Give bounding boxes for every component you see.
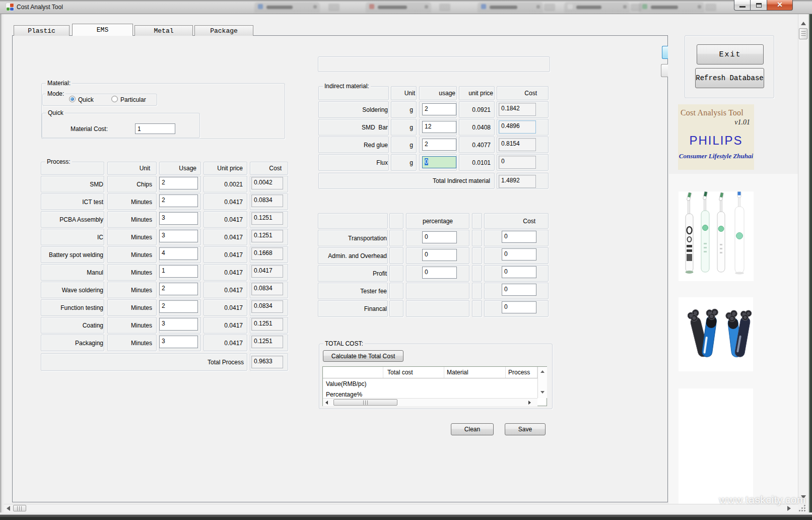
process-row-unit: Minutes — [107, 335, 157, 351]
exit-button[interactable]: Exit — [697, 44, 764, 64]
overhead-header-gap — [389, 213, 403, 229]
grid-scroll-left-icon[interactable] — [325, 401, 328, 405]
process-row-price: 0.0417 — [204, 335, 247, 351]
material-cost-input[interactable]: 1 — [135, 123, 175, 134]
indirect-usage-input[interactable]: 2 — [422, 103, 456, 115]
indirect-usage-input[interactable]: 0 — [422, 156, 456, 168]
vertical-scrollbar[interactable] — [798, 14, 808, 504]
scroll-left-icon[interactable] — [7, 506, 10, 511]
clipped-focused-button[interactable] — [662, 46, 668, 59]
vscroll-thumb[interactable] — [799, 28, 807, 39]
grid-scroll-down-icon[interactable] — [540, 391, 545, 394]
row-label: Coating — [41, 322, 104, 329]
tab-ems[interactable]: EMS — [72, 24, 133, 36]
percentage-input[interactable]: 0 — [422, 249, 457, 261]
col-header: Unit — [391, 90, 416, 97]
overhead-cost-input[interactable]: 0 — [502, 231, 536, 243]
process-total-cell: Total Process — [41, 353, 247, 371]
window-frame-bottom — [0, 512, 812, 520]
grid-row-label: Percentage% — [326, 391, 362, 398]
grid-scroll-right-icon[interactable] — [528, 401, 531, 405]
window-title: Cost Analyst Tool — [17, 4, 63, 11]
process-row-price: 0.0417 — [204, 193, 247, 210]
overhead-row-name: Profit — [318, 265, 388, 282]
close-button[interactable]: ✕ — [767, 0, 793, 11]
hscroll-thumb[interactable] — [13, 505, 26, 511]
process-usage-input[interactable]: 3 — [159, 230, 198, 242]
minimize-button[interactable] — [734, 0, 751, 11]
unit-value: Minutes — [108, 251, 156, 258]
unit-value: g — [391, 142, 416, 149]
indirect-usage-input[interactable]: 2 — [422, 139, 456, 151]
overhead-row-gap — [472, 265, 482, 282]
process-usage-input[interactable]: 1 — [159, 265, 198, 278]
tab-plastic[interactable]: Plastic — [14, 25, 70, 36]
process-usage-input[interactable]: 2 — [159, 177, 198, 189]
grid-hscroll-thumb[interactable] — [333, 399, 397, 406]
overhead-cost-input[interactable]: 0 — [502, 248, 536, 261]
scroll-up-icon[interactable] — [801, 22, 806, 25]
total-process-value: 0.9633 — [251, 356, 283, 368]
overhead-cost-input[interactable]: 0 — [502, 266, 536, 278]
overhead-row-pct-cell — [406, 283, 469, 299]
indirect-header-usage: usage — [419, 86, 457, 100]
indirect-usage-input[interactable]: 12 — [422, 121, 456, 133]
percentage-input[interactable]: 0 — [422, 267, 457, 279]
refresh-database-button[interactable]: Refresh Database — [695, 68, 764, 88]
maximize-icon — [756, 3, 762, 8]
process-row-price: 0.0021 — [204, 176, 247, 192]
ghost-tab — [478, 2, 543, 13]
process-row-unit: Minutes — [107, 193, 157, 210]
process-row-price: 0.0417 — [204, 264, 247, 281]
indirect-row-name: SMD Bar — [318, 119, 389, 136]
scroll-right-icon[interactable] — [787, 506, 791, 511]
unit-price-value: 0.0417 — [204, 340, 247, 347]
clipped-button[interactable] — [661, 64, 668, 77]
process-usage-input[interactable]: 3 — [159, 212, 198, 225]
blank-image — [679, 388, 753, 504]
grid-col-header: Total cost — [387, 369, 413, 376]
grid-hscrollbar[interactable] — [323, 398, 537, 406]
brand-version: v1.01 — [734, 118, 750, 126]
radio-quick-label: Quick — [78, 96, 94, 103]
unit-price-value: 0.4077 — [459, 142, 494, 149]
horizontal-scrollbar[interactable] — [4, 504, 798, 512]
overhead-cost-input[interactable]: 0 — [502, 284, 536, 296]
radio-particular[interactable] — [111, 96, 118, 102]
indirect-row-unit: g — [391, 137, 417, 153]
row-label: Tester fee — [318, 288, 387, 295]
process-usage-input[interactable]: 3 — [159, 336, 198, 348]
process-usage-input[interactable]: 2 — [159, 283, 198, 295]
process-usage-input[interactable]: 2 — [159, 194, 198, 207]
radio-quick[interactable] — [69, 96, 76, 102]
maximize-button[interactable] — [751, 0, 767, 11]
indirect-row-name: Soldering — [318, 101, 389, 118]
save-button[interactable]: Save — [505, 423, 546, 435]
process-row-name: ICT test — [41, 193, 104, 210]
brand-philips-logo: PHILIPS — [678, 134, 754, 148]
grid-vscrollbar[interactable] — [537, 367, 547, 398]
calculate-total-cost-button[interactable]: Calculate the Total Cost — [323, 350, 403, 362]
row-label: ICT test — [41, 199, 104, 206]
overhead-cost-input[interactable]: 0 — [502, 301, 536, 313]
process-row-name: SMD — [41, 176, 104, 192]
process-usage-input[interactable]: 2 — [159, 300, 198, 313]
process-usage-input[interactable]: 4 — [159, 247, 198, 260]
overhead-row-gap — [472, 283, 482, 299]
ghost-tab — [639, 2, 704, 13]
process-usage-input[interactable]: 3 — [159, 318, 198, 331]
unit-price-value: 0.0417 — [204, 234, 247, 241]
percentage-input[interactable]: 0 — [422, 231, 457, 243]
process-row-name: Coating — [41, 317, 104, 334]
row-label: Packaging — [41, 340, 104, 347]
indirect-cost-value: 0.4896 — [499, 120, 536, 134]
row-label: Financal — [318, 305, 387, 312]
row-label: Manul — [41, 269, 104, 276]
tab-package[interactable]: Package — [194, 25, 253, 36]
grid-scroll-up-icon[interactable] — [540, 370, 545, 373]
tab-metal[interactable]: Metal — [134, 25, 193, 36]
clean-button[interactable]: Clean — [451, 423, 494, 435]
blurred-background-tabs — [0, 0, 812, 14]
process-cost-value: 0.0834 — [251, 194, 283, 207]
app-icon — [6, 3, 14, 11]
